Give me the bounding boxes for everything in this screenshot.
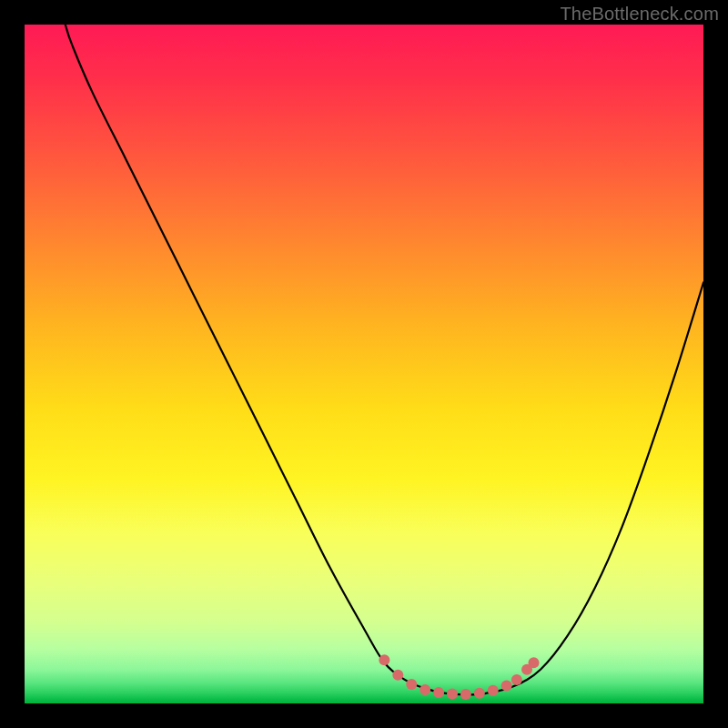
plot-area [25,25,703,703]
trough-mark [460,689,471,700]
chart-svg [25,25,703,703]
trough-mark [447,689,458,700]
trough-mark [433,687,444,698]
watermark-text: TheBottleneck.com [560,4,719,25]
chart-frame: TheBottleneck.com [0,0,728,728]
trough-mark [379,654,389,665]
trough-mark [529,657,540,668]
trough-mark [420,684,430,695]
trough-mark [488,685,499,696]
trough-mark [501,681,512,692]
bottleneck-curve [66,25,703,694]
trough-mark [474,688,485,699]
trough-mark [392,670,403,681]
trough-mark [406,679,417,690]
trough-marks [379,654,539,700]
curve-layer [66,25,703,694]
trough-mark [511,674,522,685]
